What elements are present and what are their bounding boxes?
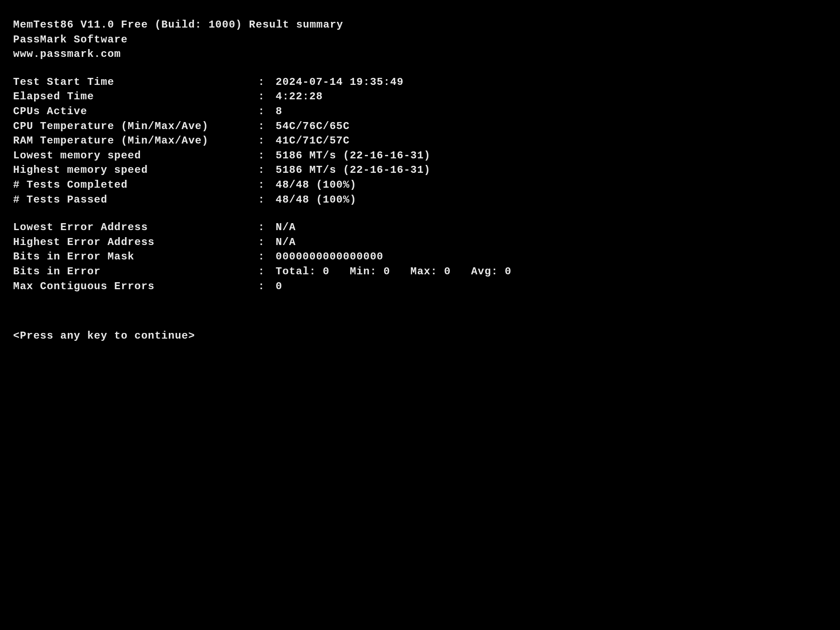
continue-prompt[interactable]: <Press any key to continue> xyxy=(13,329,827,343)
elapsed-time-label: Elapsed Time xyxy=(13,89,258,104)
test-start-time-value: 2024-07-14 19:35:49 xyxy=(276,75,827,90)
colon-separator: : xyxy=(258,133,276,148)
colon-separator: : xyxy=(258,148,276,163)
elapsed-time-value: 4:22:28 xyxy=(276,89,827,104)
cpus-active-value: 8 xyxy=(276,104,827,119)
tests-completed-row: # Tests Completed : 48/48 (100%) xyxy=(13,178,827,192)
colon-separator: : xyxy=(258,264,276,279)
ram-temp-value: 41C/71C/57C xyxy=(276,133,827,148)
ram-temp-row: RAM Temperature (Min/Max/Ave) : 41C/71C/… xyxy=(13,133,827,148)
colon-separator: : xyxy=(258,249,276,264)
max-contiguous-errors-value: 0 xyxy=(276,279,827,294)
lowest-speed-value: 5186 MT/s (22-16-16-31) xyxy=(276,148,827,163)
lowest-speed-row: Lowest memory speed : 5186 MT/s (22-16-1… xyxy=(13,148,827,163)
elapsed-time-row: Elapsed Time : 4:22:28 xyxy=(13,89,827,104)
tests-passed-value: 48/48 (100%) xyxy=(276,192,827,207)
colon-separator: : xyxy=(258,192,276,207)
test-start-time-label: Test Start Time xyxy=(13,75,258,90)
colon-separator: : xyxy=(258,104,276,119)
bits-in-error-label: Bits in Error xyxy=(13,264,258,279)
colon-separator: : xyxy=(258,235,276,250)
max-contiguous-errors-label: Max Contiguous Errors xyxy=(13,279,258,294)
lowest-speed-label: Lowest memory speed xyxy=(13,148,258,163)
app-title: MemTest86 V11.0 Free (Build: 1000) Resul… xyxy=(13,18,827,32)
tests-passed-label: # Tests Passed xyxy=(13,192,258,207)
cpu-temp-label: CPU Temperature (Min/Max/Ave) xyxy=(13,119,258,134)
colon-separator: : xyxy=(258,178,276,192)
cpus-active-row: CPUs Active : 8 xyxy=(13,104,827,119)
cpus-active-label: CPUs Active xyxy=(13,104,258,119)
test-info-section: Test Start Time : 2024-07-14 19:35:49 El… xyxy=(13,75,827,207)
highest-speed-row: Highest memory speed : 5186 MT/s (22-16-… xyxy=(13,163,827,178)
colon-separator: : xyxy=(258,220,276,235)
tests-completed-label: # Tests Completed xyxy=(13,178,258,192)
bits-error-mask-row: Bits in Error Mask : 0000000000000000 xyxy=(13,249,827,264)
bits-error-mask-value: 0000000000000000 xyxy=(276,249,827,264)
bits-error-mask-label: Bits in Error Mask xyxy=(13,249,258,264)
highest-speed-label: Highest memory speed xyxy=(13,163,258,178)
highest-error-addr-value: N/A xyxy=(276,235,827,250)
highest-speed-value: 5186 MT/s (22-16-16-31) xyxy=(276,163,827,178)
lowest-error-addr-row: Lowest Error Address : N/A xyxy=(13,220,827,235)
cpu-temp-value: 54C/76C/65C xyxy=(276,119,827,134)
bits-in-error-row: Bits in Error : Total: 0 Min: 0 Max: 0 A… xyxy=(13,264,827,279)
colon-separator: : xyxy=(258,119,276,134)
bits-in-error-value: Total: 0 Min: 0 Max: 0 Avg: 0 xyxy=(276,264,827,279)
max-contiguous-errors-row: Max Contiguous Errors : 0 xyxy=(13,279,827,294)
colon-separator: : xyxy=(258,89,276,104)
header-block: MemTest86 V11.0 Free (Build: 1000) Resul… xyxy=(13,18,827,62)
colon-separator: : xyxy=(258,279,276,294)
tests-completed-value: 48/48 (100%) xyxy=(276,178,827,192)
cpu-temp-row: CPU Temperature (Min/Max/Ave) : 54C/76C/… xyxy=(13,119,827,134)
lowest-error-addr-label: Lowest Error Address xyxy=(13,220,258,235)
ram-temp-label: RAM Temperature (Min/Max/Ave) xyxy=(13,133,258,148)
tests-passed-row: # Tests Passed : 48/48 (100%) xyxy=(13,192,827,207)
colon-separator: : xyxy=(258,163,276,178)
test-start-time-row: Test Start Time : 2024-07-14 19:35:49 xyxy=(13,75,827,90)
highest-error-addr-label: Highest Error Address xyxy=(13,235,258,250)
error-info-section: Lowest Error Address : N/A Highest Error… xyxy=(13,220,827,294)
lowest-error-addr-value: N/A xyxy=(276,220,827,235)
website-url: www.passmark.com xyxy=(13,47,827,62)
highest-error-addr-row: Highest Error Address : N/A xyxy=(13,235,827,250)
company-name: PassMark Software xyxy=(13,32,827,47)
colon-separator: : xyxy=(258,75,276,90)
